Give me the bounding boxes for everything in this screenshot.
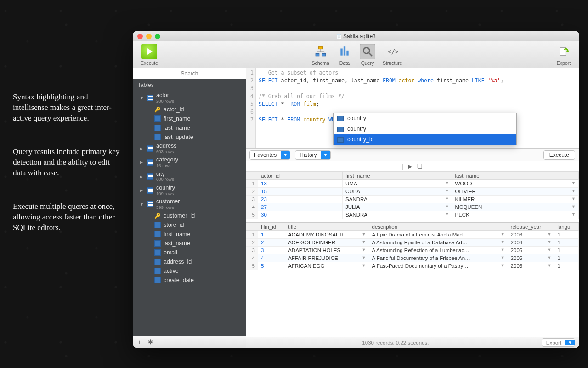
column-node[interactable]: create_date [133,276,246,285]
grid-view-icon[interactable]: ❏ [417,163,423,170]
window-title: Sakila.sqlite3 [133,33,579,40]
sql-editor[interactable]: 1234567 -- Get a subset of actors SELECT… [246,68,579,149]
results-table-2: film_idtitledescriptionrelease_yearlangu… [246,223,579,270]
column-header[interactable]: title [285,223,369,231]
table-row[interactable]: 44AFFAIR PREJUDICE▼A Fanciful Documentar… [246,254,579,262]
column-header[interactable]: actor_id [258,172,343,180]
results-table-1: actor_idfirst_namelast_name113UMA▼WOOD▼2… [246,172,579,219]
column-header[interactable]: langu [554,223,579,231]
marketing-p3: Execute multiple queres at once, allowin… [13,201,123,233]
column-node[interactable]: last_name [133,239,246,248]
toolbar: Execute Schema Data Query </> Structure … [133,41,579,68]
svg-rect-5 [346,50,348,55]
svg-line-7 [369,53,372,56]
column-node[interactable]: actor_id [133,105,246,114]
table-row[interactable]: 323SANDRA▼KILMER▼ [246,196,579,203]
sidebar: Tables ▼actor200 rowsactor_idfirst_namel… [133,68,246,348]
tables-tree[interactable]: ▼actor200 rowsactor_idfirst_namelast_nam… [133,91,246,336]
table-node[interactable]: ▶city600 rows [133,170,246,184]
autocomplete-item[interactable]: country [334,124,516,134]
chevron-down-icon: ▼ [281,150,290,160]
close-icon[interactable] [137,34,143,39]
sidebar-footer: + ✻ [133,336,246,348]
column-node[interactable]: last_name [133,123,246,132]
column-node[interactable]: email [133,248,246,257]
svg-rect-4 [344,46,345,56]
svg-rect-2 [322,53,326,56]
svg-rect-1 [316,53,319,56]
chevron-down-icon: ▼ [321,150,330,160]
zoom-icon[interactable] [155,34,160,39]
data-icon [337,44,352,59]
svg-text:</>: </> [387,48,398,55]
marketing-copy: Syntax highlighting and intellisense mak… [13,92,123,256]
structure-icon: </> [384,44,400,59]
minimize-icon[interactable] [146,34,152,39]
titlebar[interactable]: Sakila.sqlite3 [133,31,579,41]
column-header[interactable]: film_id [258,223,285,231]
status-text: 1030 records. 0.22 seconds. [249,340,542,345]
gear-icon[interactable]: ✻ [148,339,153,345]
table-row[interactable]: 55AFRICAN EGG▼A Fast-Paced Documentary o… [246,262,579,270]
play-icon [141,44,157,59]
autocomplete-popup[interactable]: countrycountrycountry_id [333,113,517,145]
marketing-p1: Syntax highlighting and intellisense mak… [13,92,123,124]
column-node[interactable]: store_id [133,220,246,230]
table-row[interactable]: 11ACADEMY DINOSAUR▼A Epic Drama of a Fem… [246,231,579,239]
table-row[interactable]: 530SANDRA▼PECK▼ [246,211,579,219]
card-view-icon[interactable]: ▶ [408,163,413,170]
result-toolbar: | ▶ ❏ [246,161,579,172]
data-button[interactable]: Data [333,44,356,66]
column-node[interactable]: first_name [133,114,246,123]
add-button[interactable]: + [138,339,141,345]
column-header[interactable]: description [369,223,508,231]
query-toolbar: Favorites▼ History▼ Execute [246,149,579,161]
schema-icon [313,44,328,59]
query-button[interactable]: Query [356,44,379,66]
search-input[interactable] [136,70,243,77]
main-panel: 1234567 -- Get a subset of actors SELECT… [246,68,579,348]
query-icon [360,44,375,59]
column-node[interactable]: address_id [133,257,246,266]
marketing-p2: Query results include primary key detect… [13,147,123,178]
table-node[interactable]: ▼customer599 rows [133,197,246,211]
autocomplete-item[interactable]: country_id [334,134,516,145]
svg-rect-3 [340,48,342,55]
execute-button[interactable]: Execute [137,44,162,66]
table-node[interactable]: ▶country109 rows [133,184,246,197]
column-node[interactable]: active [133,266,246,276]
table-node[interactable]: ▶address603 rows [133,142,246,155]
table-node[interactable]: ▼actor200 rows [133,91,246,105]
column-node[interactable]: first_name [133,230,246,239]
table-row[interactable]: 215CUBA▼OLIVIER▼ [246,188,579,196]
table-row[interactable]: 22ACE GOLDFINGER▼A Astounding Epistle of… [246,239,579,247]
export-icon [556,44,571,59]
export-button[interactable]: Export [552,44,575,66]
status-bar: 1030 records. 0.22 seconds. Export▼ [246,337,579,348]
favorites-dropdown[interactable]: Favorites▼ [249,150,290,160]
tree-header: Tables [133,79,246,91]
column-header[interactable]: first_name [343,172,452,180]
table-row[interactable]: 33ADAPTATION HOLES▼A Astounding Reflecti… [246,247,579,254]
table-row[interactable]: 427JULIA▼MCQUEEN▼ [246,203,579,211]
history-dropdown[interactable]: History▼ [295,150,330,160]
schema-button[interactable]: Schema [308,44,333,66]
column-header[interactable]: last_name [452,172,579,180]
svg-point-6 [363,47,369,53]
export-results-button[interactable]: Export▼ [542,338,575,347]
execute-query-button[interactable]: Execute [543,150,575,160]
chevron-down-icon: ▼ [565,340,575,345]
column-node[interactable]: last_update [133,132,246,142]
table-row[interactable]: 113UMA▼WOOD▼ [246,180,579,188]
structure-button[interactable]: </> Structure [379,44,406,66]
table-node[interactable]: ▶category16 rows [133,155,246,169]
results-area[interactable]: actor_idfirst_namelast_name113UMA▼WOOD▼2… [246,172,579,337]
column-header[interactable]: release_year [508,223,554,231]
svg-rect-0 [318,46,322,49]
line-gutter: 1234567 [246,68,256,148]
execute-label: Execute [141,60,158,66]
app-window: Sakila.sqlite3 Execute Schema Data Query… [133,31,579,348]
autocomplete-item[interactable]: country [334,113,516,124]
column-node[interactable]: customer_id [133,211,246,220]
